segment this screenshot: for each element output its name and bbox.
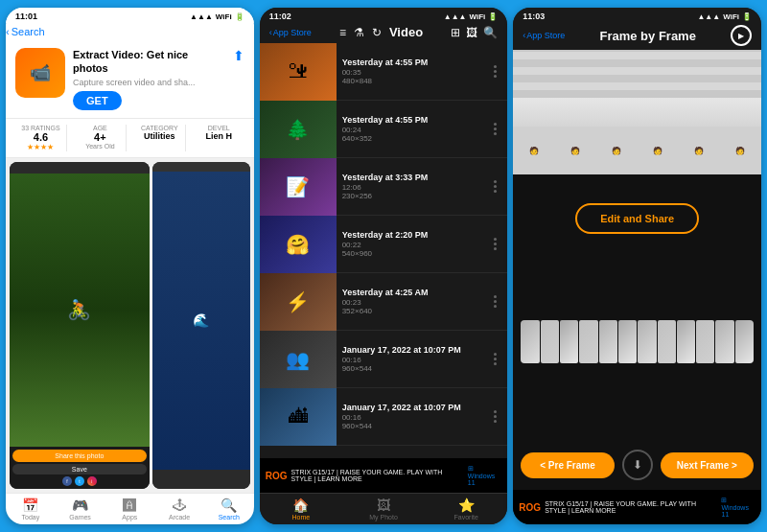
tab-search[interactable]: 🔍 Search — [204, 497, 254, 520]
battery-icon: 🔋 — [235, 12, 244, 21]
video-item-7[interactable]: 🏙 January 17, 2022 at 10:07 PM 00:16 960… — [260, 388, 508, 446]
filter-icon[interactable]: ⚗ — [354, 26, 364, 39]
rating-value: 4.6 — [15, 131, 66, 143]
video-more-2[interactable] — [488, 123, 507, 135]
video-more-6[interactable] — [488, 353, 507, 365]
rating-count-item: 33 RATINGS 4.6 ★★★★ — [15, 125, 67, 151]
video-more-3[interactable] — [488, 180, 507, 193]
instagram-icon[interactable]: i — [87, 476, 97, 486]
video-dims-1: 480×848 — [342, 77, 483, 85]
video-thumb-1: 🏜 — [260, 43, 337, 101]
search-tab-icon: 🔍 — [221, 497, 237, 513]
home-tab-icon: 🏠 — [292, 497, 309, 513]
video-duration-3: 12:06 — [342, 183, 483, 192]
battery-icon-2: 🔋 — [488, 12, 498, 21]
category-label: CATEGORY — [134, 125, 185, 131]
grid-icon[interactable]: ⊞ — [451, 26, 460, 39]
tab-arcade[interactable]: 🕹 Arcade — [154, 497, 204, 520]
person-2: 🧑 — [570, 147, 580, 155]
dev-label: DEVEL — [194, 125, 244, 131]
wifi-icon-2: WiFi — [470, 12, 486, 21]
back-store-label-3: App Store — [526, 31, 565, 40]
pre-frame-button[interactable]: < Pre Frame — [521, 452, 614, 478]
image-icon[interactable]: 🖼 — [466, 26, 477, 39]
twitter-icon[interactable]: t — [75, 476, 84, 486]
p2-tab-photo[interactable]: 🖼 My Photo — [342, 497, 425, 520]
share-icon[interactable]: ⬆ — [233, 48, 244, 63]
dot-6 — [494, 132, 497, 135]
frame-cell-10 — [696, 320, 714, 363]
back-store-label: App Store — [273, 28, 312, 37]
status-icons-2: ▲▲▲ WiFi 🔋 — [444, 12, 499, 21]
play-button[interactable]: ▶ — [731, 25, 752, 46]
video-thumb-6: 👥 — [260, 331, 337, 388]
back-to-store-3[interactable]: ‹ App Store — [523, 31, 565, 40]
app-subtitle: Capture screen video and sha... — [73, 78, 225, 87]
video-thumb-7: 🏙 — [260, 388, 337, 446]
video-meta-2: Yesterday at 4:55 PM 00:24 640×352 — [337, 111, 489, 147]
video-more-1[interactable] — [488, 65, 507, 78]
video-thumb-img-4: 🤗 — [260, 216, 337, 273]
video-more-5[interactable] — [488, 295, 507, 308]
tab-today[interactable]: 📅 Today — [6, 497, 56, 520]
frame-cell-4 — [579, 320, 597, 363]
video-item-6[interactable]: 👥 January 17, 2022 at 10:07 PM 00:16 960… — [260, 331, 508, 388]
edit-share-button[interactable]: Edit and Share — [575, 203, 699, 234]
ad-banner-2[interactable]: ROG STRIX G15/17 | RAISE YOUR GAME. PLAY… — [260, 458, 508, 493]
battery-icon-3: 🔋 — [742, 12, 752, 21]
age-value: 4+ — [75, 131, 126, 143]
download-button[interactable]: ⬇ — [622, 450, 653, 480]
video-more-7[interactable] — [488, 410, 507, 423]
tab-apps[interactable]: 🅰 Apps — [105, 497, 154, 520]
video-date-7: January 17, 2022 at 10:07 PM — [342, 403, 483, 412]
ss2-top — [152, 162, 250, 172]
app-actions: ⬆ — [233, 48, 244, 63]
screenshot-1-inner: 🚴 Share this photo Save f t i — [10, 162, 150, 489]
ad-content-3: ROG STRIX G15/17 | RAISE YOUR GAME. PLAY… — [513, 497, 761, 518]
share-photo-button[interactable]: Share this photo — [12, 450, 147, 462]
video-item-5[interactable]: ⚡ Yesterday at 4:25 AM 00:23 352×640 — [260, 273, 508, 331]
phone3-controls: Edit and Share < Pre Frame ⬇ — [513, 174, 761, 490]
video-thumb-3: 📝 — [260, 158, 337, 216]
p2-tab-favorite[interactable]: ⭐ Favorite — [425, 497, 507, 520]
age-item: AGE 4+ Years Old — [75, 125, 127, 151]
facebook-icon[interactable]: f — [62, 476, 72, 486]
video-dims-3: 230×256 — [342, 192, 483, 200]
screenshot-2: 🌊 — [152, 162, 250, 489]
p2-tab-home[interactable]: 🏠 Home — [260, 497, 342, 520]
back-chevron-icon: ‹ — [6, 26, 10, 37]
menu-icon[interactable]: ≡ — [339, 26, 346, 39]
save-button[interactable]: Save — [12, 464, 147, 474]
video-duration-6: 00:16 — [342, 356, 483, 364]
video-item-1[interactable]: 🏜 Yesterday at 4:55 PM 00:35 480×848 — [260, 43, 508, 101]
status-icons-1: ▲▲▲ WiFi 🔋 — [190, 12, 244, 21]
phone1-appstore: 11:01 ▲▲▲ WiFi 🔋 ‹ Search 📹 Extract Vide… — [6, 8, 254, 524]
next-frame-button[interactable]: Next Frame > — [661, 452, 754, 478]
video-dims-2: 640×352 — [342, 134, 483, 143]
dot-5 — [494, 127, 497, 130]
screenshot-section: 🚴 Share this photo Save f t i 🌊 — [6, 158, 254, 493]
video-more-4[interactable] — [488, 238, 507, 250]
frame-cell-11 — [715, 320, 733, 363]
back-to-store-2[interactable]: ‹ App Store — [269, 28, 312, 37]
back-button[interactable]: ‹ Search — [6, 23, 254, 40]
refresh-icon[interactable]: ↻ — [372, 26, 382, 39]
video-duration-7: 00:16 — [342, 413, 483, 422]
get-button[interactable]: GET — [73, 91, 122, 110]
video-thumb-img-1: 🏜 — [260, 43, 337, 101]
video-item-2[interactable]: 🌲 Yesterday at 4:55 PM 00:24 640×352 — [260, 101, 508, 158]
back-chevron-icon-3: ‹ — [523, 31, 525, 40]
status-bar-2: 11:02 ▲▲▲ WiFi 🔋 — [260, 8, 508, 23]
dot-3 — [494, 75, 497, 78]
bottom-tabs-1: 📅 Today 🎮 Games 🅰 Apps 🕹 Arcade 🔍 Search — [6, 493, 254, 524]
time-1: 11:01 — [15, 12, 37, 21]
tab-games[interactable]: 🎮 Games — [56, 497, 105, 520]
person-5: 🧑 — [694, 147, 704, 155]
ad-banner-3[interactable]: ROG STRIX G15/17 | RAISE YOUR GAME. PLAY… — [513, 490, 761, 524]
search-icon[interactable]: 🔍 — [483, 26, 498, 39]
app-title: Extract Video: Get nice photos — [73, 48, 225, 76]
download-icon: ⬇ — [633, 458, 642, 472]
ratings-row: 33 RATINGS 4.6 ★★★★ AGE 4+ Years Old CAT… — [6, 119, 254, 158]
video-item-3[interactable]: 📝 Yesterday at 3:33 PM 12:06 230×256 — [260, 158, 508, 216]
video-item-4[interactable]: 🤗 Yesterday at 2:20 PM 00:22 540×960 — [260, 216, 508, 273]
